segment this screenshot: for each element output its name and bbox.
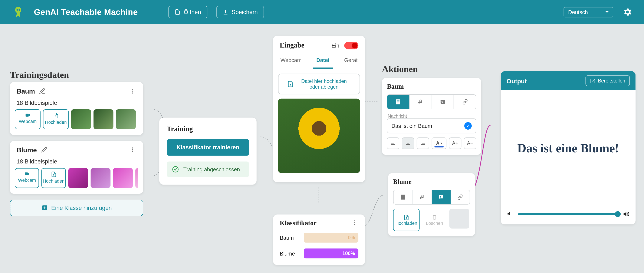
sample-thumb[interactable] — [71, 109, 91, 129]
upload-text: Datei hier hochladen oder ablegen — [297, 78, 351, 90]
deploy-button[interactable]: Bereitstellen — [586, 75, 630, 86]
result-bar: 0% — [304, 233, 358, 243]
training-status: Training abgeschlossen — [167, 162, 249, 177]
upload-image-button[interactable]: Hochladen — [393, 209, 420, 231]
tab-file[interactable]: Datei — [313, 55, 333, 69]
input-toggle[interactable] — [344, 42, 358, 49]
classifier-card: Klassifikator Baum 0% Blume 100% — [273, 214, 365, 265]
delete-image-button[interactable]: Löschen — [423, 209, 446, 231]
webcam-label: Webcam — [19, 119, 37, 124]
align-left-icon[interactable] — [387, 137, 399, 149]
open-button-label: Öffnen — [184, 9, 201, 15]
app-logo-icon — [12, 5, 25, 19]
class-subtitle: 18 Bildbeispiele — [10, 158, 143, 168]
edit-class-icon[interactable] — [41, 147, 48, 154]
result-value: 0% — [348, 233, 355, 243]
sample-thumb[interactable] — [68, 168, 88, 188]
text-color-icon[interactable]: A▾ — [432, 137, 446, 149]
language-label: Deutsch — [568, 9, 588, 15]
message-input[interactable]: Das ist ein Baum ✓ — [387, 119, 476, 133]
save-button[interactable]: Speichern — [216, 6, 264, 18]
font-decrease-button[interactable]: A− — [464, 137, 476, 149]
sample-thumb[interactable] — [90, 168, 110, 188]
training-card: Training Klassifikator trainieren Traini… — [159, 118, 256, 185]
align-right-icon[interactable] — [417, 137, 429, 149]
plus-icon — [41, 205, 48, 211]
tab-webcam[interactable]: Webcam — [277, 55, 305, 69]
output-text: Das ist eine Blume! — [517, 140, 619, 156]
settings-button[interactable] — [622, 7, 632, 17]
action-name: Baum — [387, 83, 476, 90]
tab-text-icon[interactable] — [388, 95, 410, 109]
speaker-high-icon[interactable] — [622, 210, 630, 218]
speaker-low-icon[interactable] — [506, 210, 514, 218]
font-increase-button[interactable]: A+ — [449, 137, 461, 149]
tab-link-icon[interactable] — [454, 95, 476, 109]
language-select[interactable]: Deutsch — [564, 7, 613, 17]
input-card: Eingabe Ein Webcam Datei Gerät Datei hie… — [273, 36, 365, 182]
result-value: 100% — [342, 248, 355, 258]
train-classifier-button[interactable]: Klassifikator trainieren — [167, 139, 249, 156]
sample-thumb[interactable] — [116, 109, 136, 129]
confirm-icon[interactable]: ✓ — [464, 122, 472, 130]
svg-point-12 — [354, 220, 355, 221]
upload-button[interactable]: Hochladen — [42, 168, 66, 188]
result-row-blume: Blume 100% — [280, 248, 358, 258]
class-menu-icon[interactable] — [129, 88, 136, 95]
edit-class-icon[interactable] — [39, 88, 47, 95]
classifier-title: Klassifikator — [280, 219, 316, 227]
upload-file-icon — [403, 214, 409, 221]
svg-point-14 — [354, 224, 355, 225]
training-status-label: Training abgeschlossen — [183, 166, 240, 172]
open-button[interactable]: Öffnen — [168, 6, 207, 18]
sample-thumbnails — [71, 109, 136, 129]
webcam-button[interactable]: Webcam — [15, 168, 39, 188]
tab-device[interactable]: Gerät — [341, 55, 361, 69]
upload-button[interactable]: Hochladen — [43, 109, 68, 129]
input-preview-image — [278, 98, 360, 173]
sample-thumb[interactable] — [135, 168, 138, 188]
tab-audio-icon[interactable] — [410, 95, 432, 109]
svg-rect-18 — [397, 103, 399, 103]
svg-point-2 — [132, 89, 133, 90]
webcam-button[interactable]: Webcam — [15, 109, 40, 129]
svg-point-23 — [440, 196, 441, 197]
tab-image-icon[interactable] — [432, 190, 451, 204]
input-toggle-label: Ein — [332, 42, 340, 49]
svg-point-8 — [132, 151, 133, 152]
sample-thumb[interactable] — [94, 109, 113, 129]
file-open-icon — [175, 9, 180, 15]
svg-point-1 — [18, 9, 20, 11]
svg-rect-16 — [397, 101, 400, 101]
training-data-title: Trainingsdaten — [10, 70, 69, 80]
tab-link-icon[interactable] — [451, 190, 470, 204]
camera-icon — [24, 112, 31, 118]
download-icon — [222, 9, 228, 15]
svg-point-0 — [16, 9, 18, 11]
class-menu-icon[interactable] — [129, 147, 136, 154]
align-center-icon[interactable] — [402, 137, 414, 149]
volume-slider[interactable] — [518, 213, 618, 215]
upload-image-label: Hochladen — [396, 221, 417, 226]
sample-thumb[interactable] — [113, 168, 133, 188]
action-type-tabs — [387, 94, 476, 109]
output-card: Output Bereitstellen Das ist eine Blume! — [501, 71, 636, 224]
sample-thumbnails — [68, 168, 138, 188]
output-title: Output — [506, 77, 527, 84]
check-circle-icon — [172, 166, 179, 173]
file-upload-dropzone[interactable]: Datei hier hochladen oder ablegen — [278, 74, 360, 94]
message-text: Das ist ein Baum — [392, 123, 432, 129]
app-title: GenAI Teachable Machine — [34, 7, 138, 17]
add-class-button[interactable]: Eine Klasse hinzufügen — [10, 200, 143, 216]
class-name: Blume — [16, 147, 37, 154]
tab-audio-icon[interactable] — [413, 190, 432, 204]
tab-text-icon[interactable] — [394, 190, 413, 204]
action-type-tabs — [393, 190, 470, 205]
external-link-icon — [590, 78, 596, 83]
tab-image-icon[interactable] — [432, 95, 454, 109]
classifier-menu-icon[interactable] — [351, 219, 358, 227]
delete-image-label: Löschen — [426, 221, 443, 226]
format-toolbar: A▾ A+ A− — [387, 137, 476, 149]
input-title: Eingabe — [280, 41, 304, 50]
class-card-blume: Blume 18 Bildbeispiele Webcam Hochladen — [10, 141, 143, 194]
